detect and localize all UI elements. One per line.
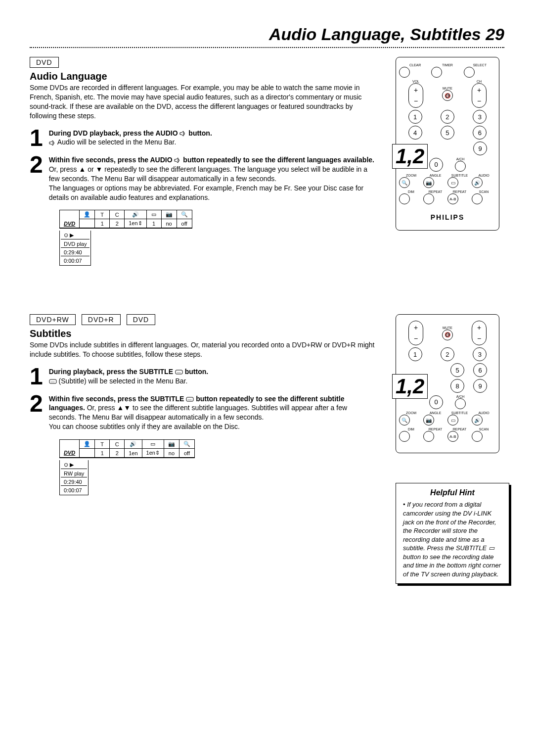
step-number-2: 2 (30, 155, 43, 174)
disc-tag-dvd: DVD (30, 57, 59, 68)
remote-audio-button: 🔊 (472, 415, 483, 425)
menubar-icon: 🔊 (125, 210, 146, 219)
speaker-icon (179, 131, 186, 137)
speaker-icon (49, 140, 56, 146)
disc-tag-dvdr: DVD+R (82, 314, 121, 325)
remote-num-6: 6 (473, 363, 487, 377)
status-line: 0:00:07 (61, 487, 87, 494)
menubar-icon: T (95, 210, 110, 219)
remote-ch-rocker: +− (472, 83, 487, 108)
menubar-value: 1 (146, 219, 161, 228)
menubar-value (80, 449, 95, 458)
remote-label: REPEAT (447, 427, 472, 431)
remote-label: CLEAR (399, 63, 431, 67)
remote-label: SUBTITLE (447, 411, 472, 415)
menubar-logo: DVD (60, 219, 80, 228)
step-number-1: 1 (30, 129, 43, 147)
subtitles-heading: Subtitles (30, 328, 376, 339)
menubar-value: off (179, 449, 194, 458)
sub-step1-bold-b: button. (183, 368, 208, 376)
remote-label: ANGLE (423, 174, 447, 177)
remote-num-3: 3 (473, 347, 487, 361)
helpful-hint-box: Helpful Hint • If you record from a digi… (396, 483, 509, 584)
menubar-value: no (161, 219, 177, 228)
status-play-icon: ⊙ ▶ (61, 232, 89, 239)
menubar-icon: 📷 (164, 440, 179, 449)
remote-ch-rocker: +− (472, 321, 487, 345)
hint-title: Helpful Hint (403, 488, 502, 497)
menubar-value: 2 (110, 449, 125, 458)
menubar-icon: 📷 (161, 210, 177, 219)
status-line: 0:00:07 (61, 257, 89, 264)
subtitle-icon (186, 397, 194, 402)
menubar-status: ⊙ ▶ DVD play 0:29:40 0:00:07 (59, 231, 91, 266)
sub-step2-body: Or, press ▲▼ to see the different subtit… (49, 404, 347, 421)
remote-num-1: 1 (408, 110, 422, 124)
step2-body2: The languages or options may be abbrevia… (49, 184, 364, 201)
remote-label: ZOOM (399, 174, 423, 177)
subtitle-icon (49, 379, 57, 384)
remote-label: DIM (399, 427, 423, 431)
menubar-icon: ▭ (146, 210, 161, 219)
audio-language-heading: Audio Language (30, 71, 376, 82)
remote-callout: 1,2 (392, 374, 428, 399)
remote-label: SELECT (464, 63, 496, 67)
menubar-status: ⊙ ▶ RW play 0:29:40 0:00:07 (59, 460, 89, 495)
remote-angle-button: 📷 (423, 177, 434, 188)
menubar-logo: DVD (60, 449, 80, 458)
menubar-value: 1 (95, 449, 110, 458)
svg-rect-4 (186, 397, 193, 401)
remote-num-1: 1 (408, 347, 422, 361)
menubar-value: no (164, 449, 179, 458)
menubar-icon: 🔍 (177, 210, 192, 219)
subtitle-icon (175, 370, 183, 375)
remote-num-9: 9 (473, 379, 487, 393)
hint-text: • If you record from a digital camcorder… (403, 500, 502, 578)
svg-rect-2 (49, 379, 56, 383)
remote-num-5: 5 (441, 126, 454, 140)
sub-step1-bold-a: During playback, press the SUBTITLE (49, 368, 175, 376)
remote-num-6: 6 (473, 126, 487, 140)
remote-callout: 1,2 (392, 144, 428, 169)
remote-repeat-button (423, 193, 434, 204)
remote-mute-button: 🔇 (442, 330, 453, 340)
svg-rect-0 (176, 370, 182, 374)
remote-vol-rocker: +− (408, 321, 423, 345)
remote-label: AUDIO (472, 411, 496, 415)
remote-num-0: 0 (429, 158, 443, 172)
menubar-value: off (177, 219, 192, 228)
remote-ach-button (455, 398, 466, 409)
audio-language-intro: Some DVDs are recorded in different lang… (30, 83, 376, 121)
remote-subtitle-button: ▭ (447, 415, 458, 425)
status-line: 0:29:40 (61, 249, 89, 256)
remote-label: SUBTITLE (447, 174, 472, 177)
menubar-icon: 👤 (80, 210, 95, 219)
remote-scan-button (472, 431, 483, 442)
remote-label: CH (472, 80, 487, 83)
remote-num-4: 4 (408, 126, 422, 140)
menubar-audio: 👤 T C 🔊 ▭ 📷 🔍 DVD 1 2 1en⇕ 1 (59, 210, 192, 229)
menubar-icon: C (110, 210, 125, 219)
menubar-icon: 🔊 (125, 440, 142, 449)
remote-angle-button: 📷 (423, 415, 434, 425)
remote-label: REPEAT (423, 427, 447, 431)
step-number-1: 1 (30, 367, 43, 386)
sub-step2-bold-a: Within five seconds, press the SUBTITLE (49, 395, 186, 403)
remote-label: REPEAT (447, 190, 472, 193)
remote-ach-button (455, 161, 466, 172)
status-play-icon: ⊙ ▶ (61, 461, 87, 469)
remote-num-3: 3 (473, 110, 487, 124)
remote-label: A/CH (455, 157, 466, 161)
remote-vol-rocker: +− (408, 83, 423, 108)
subtitles-intro: Some DVDs include subtitles in different… (30, 340, 376, 359)
remote-label: MUTE (442, 87, 453, 90)
remote-num-5: 5 (450, 363, 464, 377)
menubar-value: 1 (95, 219, 110, 228)
remote-label: VOL (408, 80, 423, 83)
remote-label: REPEAT (423, 190, 447, 193)
remote-repeat-ab-button: A-B (447, 193, 458, 204)
remote-scan-button (472, 193, 483, 204)
step1-bold-b: button. (186, 129, 212, 137)
divider (30, 47, 504, 48)
remote-repeat-button (423, 431, 434, 442)
